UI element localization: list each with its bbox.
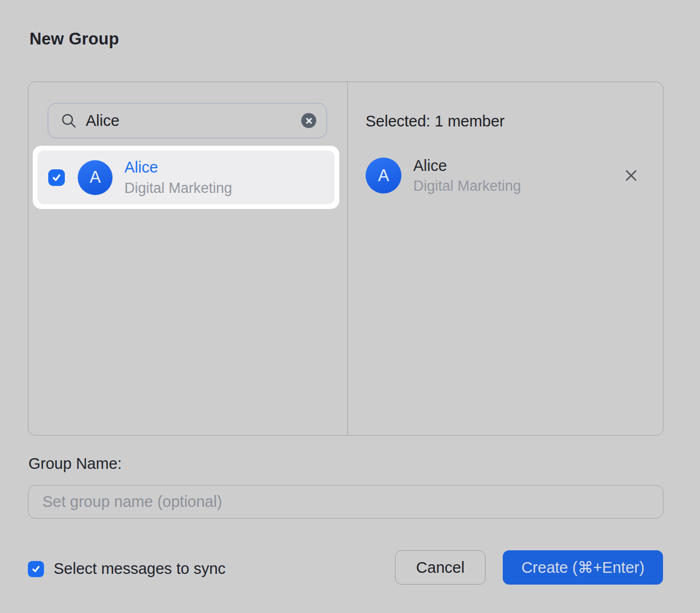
result-name: Alice: [124, 159, 232, 175]
cancel-button[interactable]: Cancel: [395, 550, 486, 585]
group-name-input[interactable]: [28, 485, 664, 519]
close-icon: [624, 168, 638, 183]
selected-member-row: A Alice Digital Marketing: [366, 158, 650, 194]
selected-members-pane: Selected: 1 member A Alice Digital Marke…: [347, 82, 663, 435]
new-group-dialog: { "dialog": { "title": "New Group" }, "c…: [0, 0, 700, 613]
member-subtitle: Digital Marketing: [413, 178, 521, 193]
member-checkbox[interactable]: [48, 169, 65, 186]
member-name: Alice: [413, 158, 521, 174]
group-name-label: Group Name:: [28, 455, 122, 473]
avatar: A: [78, 160, 113, 195]
sync-checkbox[interactable]: [28, 561, 44, 577]
avatar: A: [366, 158, 401, 193]
member-texts: Alice Digital Marketing: [413, 158, 521, 194]
remove-member-button[interactable]: [624, 168, 638, 183]
clear-search-button[interactable]: [301, 113, 316, 128]
x-circle-icon: [306, 117, 312, 124]
member-search-pane: A Alice Digital Marketing: [28, 82, 347, 435]
result-texts: Alice Digital Marketing: [124, 159, 232, 196]
result-subtitle: Digital Marketing: [124, 181, 232, 196]
check-icon: [51, 173, 62, 183]
sync-checkbox-label[interactable]: Select messages to sync: [54, 560, 226, 578]
list-item-alice[interactable]: A Alice Digital Marketing: [38, 151, 334, 204]
page-title: New Group: [29, 29, 119, 49]
highlighted-result: A Alice Digital Marketing: [33, 146, 339, 209]
selected-count-header: Selected: 1 member: [366, 113, 505, 130]
search-box[interactable]: [48, 103, 327, 138]
member-picker-panel: A Alice Digital Marketing Selected: 1 me…: [28, 81, 664, 436]
sync-option: Select messages to sync: [28, 560, 226, 578]
create-button[interactable]: Create (⌘+Enter): [503, 550, 663, 585]
search-icon: [61, 113, 77, 129]
check-icon: [31, 564, 41, 574]
search-input[interactable]: [77, 112, 301, 130]
